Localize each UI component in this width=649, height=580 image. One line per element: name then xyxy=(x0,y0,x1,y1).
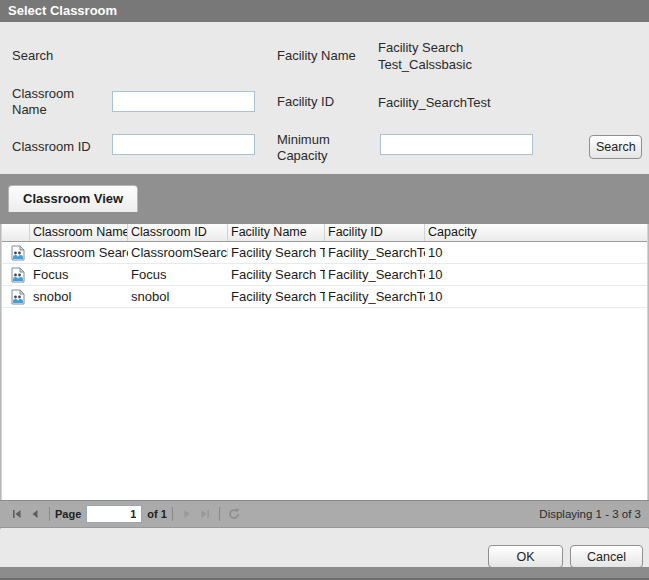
table-row[interactable]: Focus Focus Facility Search Te... Facili… xyxy=(2,264,647,286)
page-of-label: of 1 xyxy=(147,508,167,520)
cancel-button[interactable]: Cancel xyxy=(570,545,643,568)
search-section-label: Search xyxy=(12,48,53,64)
table-row[interactable]: snobol snobol Facility Search Te... Faci… xyxy=(2,286,647,308)
classroom-name-label: Classroom Name xyxy=(12,86,92,118)
tab-label: Classroom View xyxy=(23,191,123,206)
table-row[interactable]: Classroom Searc... ClassroomSearch... Fa… xyxy=(2,242,647,264)
dialog-bottom-edge xyxy=(0,567,649,580)
prev-page-icon[interactable] xyxy=(26,505,44,523)
minimum-capacity-input[interactable] xyxy=(380,134,533,155)
search-panel: Search Facility Name Facility Search Tes… xyxy=(0,22,649,174)
ok-button[interactable]: OK xyxy=(488,545,563,568)
dialog-titlebar: Select Classroom xyxy=(0,0,649,22)
last-page-icon[interactable] xyxy=(196,505,214,523)
column-header-facility-name[interactable]: Facility Name xyxy=(228,224,325,241)
column-header-capacity[interactable]: Capacity xyxy=(425,224,647,241)
grid-header-icon-spacer xyxy=(2,224,30,241)
refresh-icon[interactable] xyxy=(225,505,243,523)
select-classroom-dialog: Select Classroom Search Facility Name Fa… xyxy=(0,0,649,580)
search-button[interactable]: Search xyxy=(589,135,642,159)
tab-classroom-view[interactable]: Classroom View xyxy=(8,185,138,212)
column-header-classroom-id[interactable]: Classroom ID xyxy=(128,224,228,241)
pager-separator xyxy=(172,507,173,521)
classroom-icon xyxy=(2,245,30,261)
facility-name-label: Facility Name xyxy=(277,48,356,64)
tab-strip: Classroom View xyxy=(0,174,649,224)
facility-id-value: Facility_SearchTest xyxy=(378,94,491,111)
classroom-icon xyxy=(2,289,30,305)
facility-id-label: Facility ID xyxy=(277,94,334,110)
classroom-name-input[interactable] xyxy=(112,91,255,112)
first-page-icon[interactable] xyxy=(8,505,26,523)
minimum-capacity-label: Minimum Capacity xyxy=(277,132,347,164)
column-header-facility-id[interactable]: Facility ID xyxy=(325,224,425,241)
pager-separator xyxy=(219,507,220,521)
page-number-input[interactable] xyxy=(86,505,142,523)
page-label: Page xyxy=(55,508,81,520)
facility-name-value: Facility Search Test_Calssbasic xyxy=(378,39,543,73)
next-page-icon[interactable] xyxy=(178,505,196,523)
classroom-id-input[interactable] xyxy=(112,134,255,155)
classroom-id-label: Classroom ID xyxy=(12,139,91,155)
grid-header-row: Classroom Name Classroom ID Facility Nam… xyxy=(2,224,647,242)
classroom-icon xyxy=(2,267,30,283)
classroom-grid: Classroom Name Classroom ID Facility Nam… xyxy=(1,224,648,500)
column-header-classroom-name[interactable]: Classroom Name xyxy=(30,224,128,241)
displaying-status: Displaying 1 - 3 of 3 xyxy=(539,508,641,520)
paging-toolbar: Page of 1 Displaying 1 - 3 of 3 xyxy=(0,500,649,528)
dialog-title: Select Classroom xyxy=(8,3,117,18)
pager-separator xyxy=(49,507,50,521)
